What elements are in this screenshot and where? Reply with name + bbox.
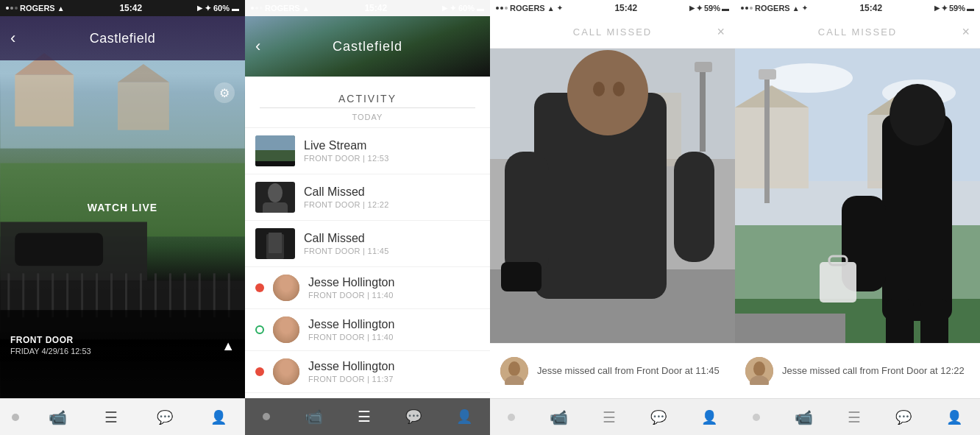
battery-3: ▶ ✦ 59% ▬ <box>689 4 729 13</box>
nav-person-1[interactable]: 👤 <box>204 403 233 432</box>
bottom-nav-2: 📹 ☰ 💬 👤 <box>245 398 490 435</box>
signal-dots-2 <box>251 7 263 10</box>
panel-activity: ROGERS ▲ 15:42 ▶ ✦ 60% ▬ ‹ Castlefield A… <box>245 0 490 435</box>
bottom-nav-3: 📹 ☰ 💬 👤 <box>490 398 735 435</box>
avatar-jesse-3 <box>273 358 299 385</box>
activity-item-missed-1[interactable]: Call Missed FRONT DOOR | 12:22 <box>245 174 490 221</box>
svg-rect-65 <box>882 115 952 321</box>
nav-chat-3[interactable]: 💬 <box>650 409 667 425</box>
nav-camera-4[interactable]: 📹 <box>795 409 813 426</box>
carrier-1: ROGERS ▲ <box>6 4 65 13</box>
camera-feed-1[interactable]: ⚙ WATCH LIVE FRONT DOOR FRIDAY 4/29/16 1… <box>0 16 245 398</box>
call-missed-header-2: CALL MISSED × <box>735 16 980 49</box>
panel-call-missed-2: ROGERS ▲ ✦ 15:42 ▶ ✦ 59% ▬ CALL MISSED × <box>735 0 980 435</box>
battery-area-1: ▶ ✦ 60% ▬ <box>197 4 239 13</box>
bt-4: ✦ <box>802 4 808 12</box>
wifi-signal-icon: ▲ <box>221 339 235 354</box>
nav-dot-2[interactable] <box>263 413 270 420</box>
nav-list-2[interactable]: ☰ <box>358 408 371 425</box>
back-button-1[interactable]: ‹ <box>10 29 15 48</box>
indicator-green-2 <box>255 325 264 334</box>
activity-text-live: Live Stream FRONT DOOR | 12:53 <box>304 139 480 163</box>
call-missed-image-1 <box>490 49 735 350</box>
svg-rect-47 <box>700 63 706 152</box>
gear-icon-1[interactable]: ⚙ <box>214 82 235 103</box>
carrier-4: ROGERS ▲ ✦ <box>741 4 808 13</box>
thumb-live-svg <box>255 135 295 166</box>
bottom-nav-4: 📹 ☰ 💬 👤 <box>735 398 980 435</box>
nav-list-3[interactable]: ☰ <box>603 409 616 426</box>
person-image-svg-2 <box>735 49 980 350</box>
camera-footer-1: FRONT DOOR FRIDAY 4/29/16 12:53 ▲ <box>0 329 245 361</box>
wifi-icon-1: ▲ <box>57 4 65 13</box>
svg-point-30 <box>268 183 283 202</box>
wifi-icon-2: ▲ <box>302 4 310 13</box>
activity-thumb-missed-2 <box>255 228 295 259</box>
svg-rect-28 <box>255 161 295 166</box>
svg-point-50 <box>508 361 520 376</box>
activity-section-today: ACTIVITY TODAY <box>245 77 490 128</box>
nav-dot-3[interactable] <box>508 414 515 421</box>
activity-item-livestream[interactable]: Live Stream FRONT DOOR | 12:53 <box>245 128 490 174</box>
svg-rect-70 <box>820 262 856 303</box>
svg-rect-34 <box>269 233 282 253</box>
battery-area-2: ▶ ✦ 60% ▬ <box>442 4 484 13</box>
nav-chat-2[interactable]: 💬 <box>405 409 422 425</box>
camera-datetime: FRIDAY 4/29/16 12:53 <box>10 347 235 356</box>
nav-person-2[interactable]: 👤 <box>456 409 472 425</box>
activity-thumb-live <box>255 135 295 166</box>
nav-camera-1[interactable]: 📹 <box>43 403 73 432</box>
camera-title-1: Castlefield <box>90 31 156 46</box>
nav-person-4[interactable]: 👤 <box>946 409 962 425</box>
signal-dots-4 <box>741 7 753 10</box>
footer-avatar-2 <box>745 357 773 385</box>
call-missed-title-2: CALL MISSED <box>818 26 898 38</box>
watch-live-button[interactable]: WATCH LIVE <box>88 202 157 213</box>
call-missed-header-1: CALL MISSED × <box>490 16 735 49</box>
battery-icon-1: ▬ <box>232 4 239 13</box>
activity-back-btn[interactable]: ‹ <box>255 37 260 56</box>
nav-camera-3[interactable]: 📹 <box>550 409 568 426</box>
activity-text-missed-2: Call Missed FRONT DOOR | 11:45 <box>304 232 480 255</box>
nav-list-4[interactable]: ☰ <box>848 409 861 426</box>
call-missed-title-1: CALL MISSED <box>573 26 653 38</box>
activity-text-person-3: Jesse Hollington FRONT DOOR | 11:37 <box>308 360 480 383</box>
panel-camera: ROGERS ▲ 15:42 ▶ ✦ 60% ▬ ‹ Castlefield <box>0 0 245 435</box>
nav-chat-4[interactable]: 💬 <box>895 409 912 425</box>
avatar-jesse-2 <box>273 316 299 343</box>
nav-list-1[interactable]: ☰ <box>96 403 126 432</box>
close-button-2[interactable]: × <box>962 24 970 40</box>
activity-text-person-1: Jesse Hollington FRONT DOOR | 11:40 <box>308 276 480 300</box>
time-4: 15:42 <box>859 3 882 13</box>
activity-item-person-2[interactable]: Jesse Hollington FRONT DOOR | 11:40 <box>245 309 490 351</box>
svg-rect-3 <box>118 82 169 130</box>
bt-3: ✦ <box>557 4 563 12</box>
footer-text-2: Jesse missed call from Front Door at 12:… <box>782 364 965 378</box>
activity-item-person-1[interactable]: Jesse Hollington FRONT DOOR | 11:40 <box>245 267 490 309</box>
nav-dot-1[interactable] <box>12 414 19 421</box>
activity-text-missed-1: Call Missed FRONT DOOR | 12:22 <box>304 185 480 209</box>
footer-text-1: Jesse missed call from Front Door at 11:… <box>537 364 720 378</box>
nav-chat-1[interactable]: 💬 <box>150 403 180 432</box>
person-image-svg-1 <box>490 49 735 350</box>
indicator-red-1 <box>255 283 264 292</box>
time-1: 15:42 <box>119 3 142 13</box>
nav-dot-4[interactable] <box>753 414 760 421</box>
activity-title-header: Castlefield <box>333 39 402 54</box>
activity-item-missed-2[interactable]: Call Missed FRONT DOOR | 11:45 <box>245 221 490 267</box>
svg-point-54 <box>764 63 853 93</box>
nav-person-3[interactable]: 👤 <box>701 409 717 425</box>
svg-rect-56 <box>735 107 809 188</box>
thumb-missed1-svg <box>255 182 295 213</box>
status-bar-3: ROGERS ▲ ✦ 15:42 ▶ ✦ 59% ▬ <box>490 0 735 16</box>
time-2: 15:42 <box>364 3 387 13</box>
activity-item-person-3[interactable]: Jesse Hollington FRONT DOOR | 11:37 <box>245 351 490 393</box>
footer-avatar-svg-2 <box>745 357 773 385</box>
footer-avatar-svg-1 <box>500 357 528 385</box>
avatar-face-1 <box>273 275 299 301</box>
thumb-missed2-svg <box>255 228 295 259</box>
close-button-1[interactable]: × <box>717 24 725 40</box>
footer-avatar-1 <box>500 357 528 385</box>
nav-camera-2[interactable]: 📹 <box>305 408 323 425</box>
signal-dots-1 <box>6 7 18 10</box>
